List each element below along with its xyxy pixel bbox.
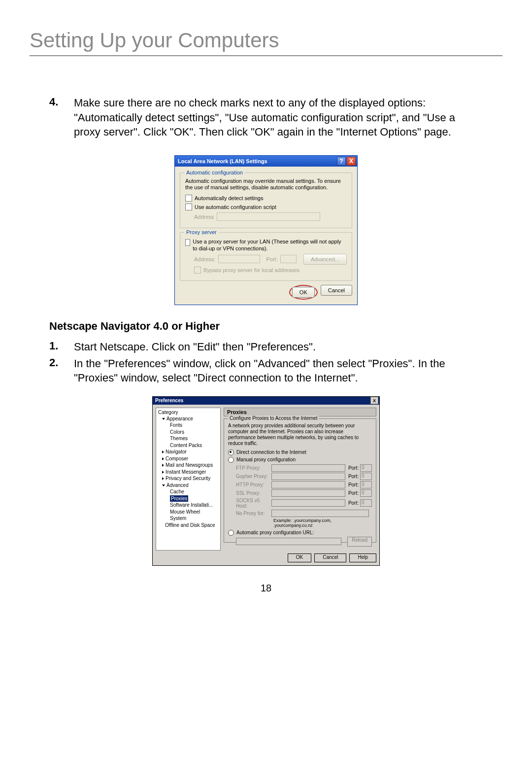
page-title: Setting Up your Computers (30, 29, 502, 56)
tree-composer[interactable]: Composer (156, 455, 220, 462)
use-proxy-label: Use a proxy server for your LAN (These s… (193, 239, 347, 251)
prefs-title-text: Preferences (155, 398, 370, 403)
help-icon[interactable]: ? (337, 157, 346, 166)
proxies-group: Configure Proxies to Access the Internet… (224, 418, 376, 543)
expand-icon[interactable] (162, 450, 164, 453)
radio-direct-row[interactable]: Direct connection to the Internet (228, 449, 372, 455)
radio-auto-row[interactable]: Automatic proxy configuration URL: (228, 530, 372, 536)
ssl-port-input: 0 (360, 489, 372, 497)
socks-proxy-row: SOCKS v5 Host: Port: 0 (236, 498, 372, 509)
category-tree[interactable]: Category Appearance Fonts Colors Themes … (156, 408, 221, 551)
tree-content-packs[interactable]: Content Packs (156, 442, 220, 449)
tree-software[interactable]: Software Installati... (156, 502, 220, 509)
step-2: 2. In the "Preferences" window, click on… (30, 356, 502, 385)
socks-proxy-input (271, 499, 345, 507)
step-4-number: 4. (49, 96, 74, 139)
ssl-proxy-input (271, 489, 345, 497)
auto-detect-row[interactable]: Automatically detect settings (185, 195, 347, 202)
http-proxy-input (271, 481, 345, 488)
ssl-proxy-row: SSL Proxy: Port: 0 (236, 489, 372, 497)
proxies-desc: A network proxy provides additional secu… (228, 423, 372, 447)
prefs-cancel-button[interactable]: Cancel (314, 553, 346, 562)
tree-mail[interactable]: Mail and Newsgroups (156, 462, 220, 469)
netscape-subheading: Netscape Navigator 4.0 or Higher (49, 320, 483, 333)
ssl-port-label: Port: (348, 490, 359, 496)
use-proxy-checkbox[interactable] (185, 239, 190, 246)
tree-proxies[interactable]: Proxies (156, 495, 220, 502)
ftp-port-input: 0 (360, 464, 372, 472)
step-2-text: In the "Preferences" window, click on "A… (74, 356, 483, 385)
tree-offline[interactable]: Offline and Disk Space (156, 522, 220, 529)
step-2-number: 2. (49, 356, 74, 385)
preferences-dialog: Preferences X Category Appearance Fonts … (152, 396, 380, 566)
cancel-button[interactable]: Cancel (321, 285, 352, 296)
example-note: Example: .yourcompany.com, .yourcompany.… (273, 518, 372, 528)
http-port-label: Port: (348, 482, 359, 487)
auto-config-group: Automatic configuration Automatic config… (180, 173, 352, 228)
gopher-port-label: Port: (348, 474, 359, 479)
expand-icon[interactable] (162, 477, 164, 480)
ftp-port-label: Port: (348, 465, 359, 471)
gopher-port-input: 0 (360, 473, 372, 480)
socks-proxy-label: SOCKS v5 Host: (236, 498, 271, 509)
address-label: Address (194, 214, 214, 220)
http-port-input: 0 (360, 481, 372, 488)
noproxy-row: No Proxy for: (236, 510, 372, 517)
use-proxy-row[interactable]: Use a proxy server for your LAN (These s… (185, 239, 347, 251)
lan-titlebar: Local Area Network (LAN) Settings ? X (175, 156, 357, 167)
prefs-help-button[interactable]: Help (349, 553, 376, 562)
prefs-titlebar: Preferences X (153, 397, 379, 405)
proxy-server-legend: Proxy server (184, 229, 219, 235)
http-proxy-row: HTTP Proxy: Port: 0 (236, 481, 372, 488)
expand-icon[interactable] (162, 464, 164, 467)
gopher-proxy-input (271, 473, 345, 480)
tree-navigator[interactable]: Navigator (156, 449, 220, 455)
step-4: 4. Make sure there are no check marks ne… (30, 96, 502, 139)
expand-icon[interactable] (162, 457, 164, 460)
ftp-proxy-row: FTP Proxy: Port: 0 (236, 464, 372, 472)
http-proxy-label: HTTP Proxy: (236, 482, 271, 487)
radio-manual[interactable] (228, 457, 234, 463)
auto-script-checkbox[interactable] (185, 204, 192, 210)
tree-appearance[interactable]: Appearance (156, 415, 220, 422)
bypass-checkbox (194, 267, 201, 274)
page-number: 18 (30, 583, 502, 594)
gopher-proxy-label: Gopher Proxy: (236, 474, 271, 479)
tree-themes[interactable]: Themes (156, 435, 220, 442)
tree-system[interactable]: System (156, 515, 220, 522)
lan-settings-dialog: Local Area Network (LAN) Settings ? X Au… (174, 155, 358, 305)
auto-script-row[interactable]: Use automatic configuration script (185, 204, 347, 210)
proxies-pane: Proxies Configure Proxies to Access the … (224, 408, 376, 551)
tree-colors[interactable]: Colors (156, 429, 220, 436)
prefs-close-icon[interactable]: X (370, 397, 378, 404)
proxy-server-group: Proxy server Use a proxy server for your… (180, 232, 352, 280)
radio-manual-row[interactable]: Manual proxy configuration (228, 457, 372, 463)
tree-mouse[interactable]: Mouse Wheel (156, 509, 220, 516)
socks-port-label: Port: (348, 500, 359, 506)
radio-direct[interactable] (228, 449, 234, 455)
reload-button: Reload (347, 537, 372, 547)
tree-im[interactable]: Instant Messenger (156, 469, 220, 476)
proxy-address-input (218, 255, 260, 263)
auto-config-note: Automatic configuration may override man… (185, 178, 347, 191)
expand-icon[interactable] (162, 471, 164, 474)
auto-detect-checkbox[interactable] (185, 195, 192, 202)
tree-fonts[interactable]: Fonts (156, 422, 220, 429)
tree-header: Category (156, 409, 220, 415)
ok-button[interactable]: OK (292, 287, 315, 298)
prefs-ok-button[interactable]: OK (288, 553, 311, 562)
tree-advanced[interactable]: Advanced (156, 482, 220, 489)
proxy-address-label: Address: (194, 256, 215, 262)
close-icon[interactable]: X (347, 157, 356, 166)
tree-privacy[interactable]: Privacy and Security (156, 475, 220, 482)
step-1-number: 1. (49, 340, 74, 354)
radio-auto[interactable] (228, 530, 234, 536)
expand-icon[interactable] (162, 484, 165, 486)
ftp-proxy-input (271, 464, 345, 472)
proxy-port-label: Port: (266, 256, 277, 262)
ok-highlight-ring: OK (289, 285, 318, 300)
expand-icon[interactable] (162, 418, 165, 420)
radio-direct-label: Direct connection to the Internet (236, 449, 306, 455)
tree-cache[interactable]: Cache (156, 488, 220, 495)
step-1-text: Start Netscape. Click on "Edit" then "Pr… (74, 340, 483, 354)
